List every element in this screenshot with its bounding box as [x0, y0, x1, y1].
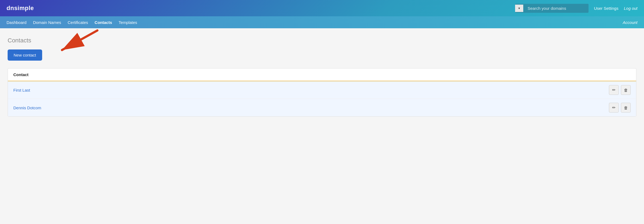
trash-icon: 🗑	[624, 88, 628, 92]
row-actions-dennis-dotcom: ✏ 🗑	[609, 103, 631, 113]
navbar: Dashboard Domain Names Certificates Cont…	[0, 16, 644, 28]
contact-name-first-last[interactable]: First Last	[13, 88, 609, 92]
header: dnsimple User Settings Log out	[0, 0, 644, 16]
main-content: Contacts New contact Contact First Last …	[0, 28, 644, 125]
nav-certificates[interactable]: Certificates	[68, 20, 88, 25]
table-header: Contact	[8, 69, 636, 81]
nav-account[interactable]: Account	[623, 20, 637, 25]
new-contact-button[interactable]: New contact	[8, 49, 42, 61]
contact-name-dennis-dotcom[interactable]: Dennis Dotcom	[13, 105, 609, 110]
logo: dnsimple	[7, 5, 515, 12]
table-row: Dennis Dotcom ✏ 🗑	[8, 99, 636, 116]
edit-button-first-last[interactable]: ✏	[609, 85, 619, 95]
delete-button-dennis-dotcom[interactable]: 🗑	[621, 103, 631, 113]
trash-icon: 🗑	[624, 105, 628, 110]
pencil-icon: ✏	[612, 105, 616, 110]
nav-domain-names[interactable]: Domain Names	[33, 20, 61, 25]
delete-button-first-last[interactable]: 🗑	[621, 85, 631, 95]
edit-button-dennis-dotcom[interactable]: ✏	[609, 103, 619, 113]
table-row: First Last ✏ 🗑	[8, 81, 636, 99]
new-contact-wrapper: New contact	[8, 49, 42, 68]
search-input[interactable]	[523, 4, 589, 13]
header-right: User Settings Log out	[515, 4, 637, 13]
nav-templates[interactable]: Templates	[119, 20, 137, 25]
user-settings-link[interactable]: User Settings	[594, 6, 618, 11]
search-wrapper	[515, 4, 589, 13]
contacts-table: Contact First Last ✏ 🗑 Dennis Dotcom ✏ 🗑	[8, 68, 636, 117]
nav-links: Dashboard Domain Names Certificates Cont…	[7, 20, 623, 25]
row-actions-first-last: ✏ 🗑	[609, 85, 631, 95]
page-title: Contacts	[8, 37, 636, 44]
logout-link[interactable]: Log out	[624, 6, 637, 11]
search-dropdown-button[interactable]	[515, 5, 523, 12]
nav-dashboard[interactable]: Dashboard	[7, 20, 26, 25]
pencil-icon: ✏	[612, 88, 616, 92]
nav-contacts[interactable]: Contacts	[95, 20, 112, 25]
